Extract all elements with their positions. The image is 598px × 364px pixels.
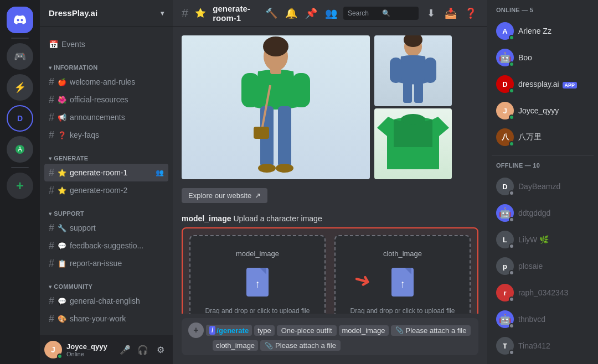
avatar: 🤖 [496,49,514,66]
avatar: r [496,284,514,301]
member-wanli[interactable]: 八 八万里 [492,126,594,148]
main-image [182,35,370,179]
svg-rect-4 [241,73,259,107]
avatar: 🤖 [496,310,514,328]
help-icon[interactable]: ❓ [463,6,478,21]
message-input[interactable]: + / /generate type One-piece outfit mode… [182,318,478,355]
status-dot [509,243,514,249]
channel-generate-room-1[interactable]: # ⭐ generate-room-1 👥 [44,164,168,181]
upload-box-model-title: model_image [236,249,279,258]
member-name: dressplay.ai APP [518,80,577,89]
channel-feedback[interactable]: # 💬 feedback-suggestio... [44,237,168,254]
user-status: Online [66,351,113,357]
channel-official[interactable]: # 🌺 official-resources [44,91,168,108]
section-label-information[interactable]: ▾ INFORMATION [44,64,168,71]
attach-file-2: 📎 Please attach a file [260,340,341,351]
sidebar-item-events[interactable]: 📅 Events [44,35,168,53]
collapse-arrow: ▾ [49,211,51,217]
section-label-community[interactable]: ▾ COMMUNITY [44,283,168,290]
channel-name: welcome-and-rules [70,77,164,86]
user-controls: 🎤 🎧 ⚙ [117,342,168,357]
attachment-button[interactable]: + [188,323,204,338]
community-section: ▾ COMMUNITY # 💬 general-chat-english # 🎨… [40,274,173,330]
notification-bell-icon[interactable]: 🔔 [283,6,299,21]
member-boo[interactable]: 🤖 Boo [492,46,594,69]
section-label-generate[interactable]: ▾ GENERATE [44,155,168,162]
channel-emoji: 📢 [58,113,66,122]
member-raph[interactable]: r raph_0342343 [492,282,594,304]
search-bar[interactable]: Search 🔍 [343,7,419,20]
settings-button[interactable]: ⚙ [153,342,168,357]
input-bar: + / /generate type One-piece outfit mode… [173,314,487,364]
member-arlene[interactable]: A Arlene Zz [492,20,594,42]
channel-generate-room-2[interactable]: # ⭐ generate-room-2 [44,181,168,199]
channel-name: announcements [70,113,164,122]
attach-file-1: 📎 Please attach a file [391,325,471,336]
member-ddtg[interactable]: 🤖 ddtgddgd [492,202,594,224]
svg-point-8 [258,164,276,173]
discord-home[interactable] [7,7,33,33]
channel-name: generate-room-2 [70,186,164,195]
member-tina[interactable]: T Tina9412 [492,335,594,357]
channel-emoji: 🍎 [58,78,66,86]
hash-icon: # [49,94,54,106]
add-server-button[interactable]: + [7,173,33,199]
deafen-button[interactable]: 🎧 [135,342,151,357]
channel-name: report-an-issue [70,259,164,268]
channel-support[interactable]: # 🔧 support [44,219,168,237]
explore-website-button[interactable]: Explore our website ↗ [182,188,267,203]
channel-announcements[interactable]: # 📢 announcements [44,108,168,126]
member-plosaie[interactable]: p plosaie [492,255,594,277]
member-daybeamzd[interactable]: D DayBeamzd [492,175,594,197]
pin-icon[interactable]: 📌 [303,6,319,21]
section-name-generate: GENERATE [54,155,88,162]
channel-share-work[interactable]: # 🎨 share-your-work [44,310,168,327]
explore-button-container: Explore our website ↗ [182,188,478,210]
hash-icon: # [49,185,54,196]
channel-name: key-faqs [70,131,164,139]
inbox-icon[interactable]: 📥 [443,6,458,21]
param-type-label: type [257,326,271,335]
upload-box-cloth-title: cloth_image [383,249,422,258]
collapse-arrow: ▾ [49,155,51,162]
channel-welcome[interactable]: # 🍎 welcome-and-rules [44,73,168,91]
avatar: L [496,231,514,248]
svg-point-19 [401,114,425,125]
hash-icon: # [49,295,54,307]
user-panel: J Joyce_qyyy Online 🎤 🎧 ⚙ [40,335,173,364]
member-dressplay[interactable]: D dressplay.ai APP [492,73,594,95]
server-icon-dressplay[interactable]: D [7,105,33,132]
svg-rect-7 [278,106,291,167]
file-upload-icon: ↑ [242,264,273,300]
avatar: 八 [496,128,514,146]
channel-emoji: 💬 [58,297,66,305]
member-joyce[interactable]: J Joyce_qyyy [492,100,594,122]
channel-title: generate-room-1 [213,4,257,23]
upload-description: Upload a character image [233,214,322,223]
member-lilyw[interactable]: L LilyW 🌿 [492,228,594,251]
hammer-icon[interactable]: 🔨 [264,6,279,21]
channel-general-english[interactable]: # 💬 general-chat-english [44,292,168,310]
download-icon[interactable]: ⬇ [423,6,439,21]
app-sidebar: 🎮 ⚡ D A + [0,0,40,364]
server-header[interactable]: DressPlay.ai ▾ [40,0,173,27]
events-label: Events [61,40,164,49]
channel-report[interactable]: # 📋 report-an-issue [44,254,168,272]
external-link-icon: ↗ [255,191,261,200]
svg-text:A: A [18,145,22,153]
channel-faqs[interactable]: # ❓ key-faqs [44,126,168,144]
mute-button[interactable]: 🎤 [117,342,133,357]
server-icon-2[interactable]: ⚡ [7,74,33,101]
upload-box-model[interactable]: model_image ↑ Drag and drop or click to … [189,235,326,314]
status-dot [509,88,514,93]
section-label-support[interactable]: ▾ SUPPORT [44,210,168,217]
member-thnbvcd[interactable]: 🤖 thnbvcd [492,308,594,330]
search-placeholder: Search [348,9,380,17]
server-name: DressPlay.ai [49,8,97,18]
server-icon-3[interactable]: A [7,136,33,163]
channel-emoji: ⭐ [58,186,66,195]
members-list-icon[interactable]: 👥 [323,6,339,21]
avatar: p [496,257,514,275]
server-icon-1[interactable]: 🎮 [7,43,33,70]
channel-name: generate-room-1 [70,168,152,177]
